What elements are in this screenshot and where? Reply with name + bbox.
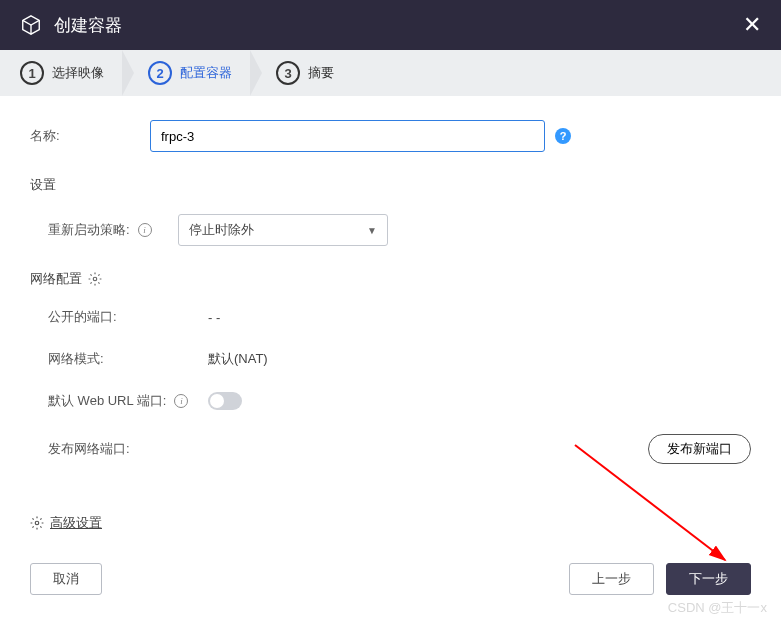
settings-section-title: 设置 (30, 176, 751, 194)
dialog-header: 创建容器 ✕ (0, 0, 781, 50)
network-mode-label: 网络模式: (48, 350, 208, 368)
cube-icon (20, 14, 42, 36)
next-button[interactable]: 下一步 (666, 563, 751, 595)
step-separator (250, 50, 262, 96)
step-bar: 1 选择映像 2 配置容器 3 摘要 (0, 50, 781, 96)
dialog-title: 创建容器 (54, 14, 122, 37)
info-icon[interactable]: i (138, 223, 152, 237)
svg-point-1 (35, 521, 39, 525)
step-2[interactable]: 2 配置容器 (148, 61, 232, 85)
weburl-port-label: 默认 Web URL 端口: (48, 392, 166, 410)
watermark: CSDN @王十一x (668, 599, 767, 617)
gear-icon (30, 516, 44, 530)
cancel-button[interactable]: 取消 (30, 563, 102, 595)
weburl-port-toggle[interactable] (208, 392, 242, 410)
restart-policy-select[interactable]: 停止时除外 ▼ (178, 214, 388, 246)
exposed-ports-label: 公开的端口: (48, 308, 208, 326)
publish-port-label: 发布网络端口: (48, 440, 208, 458)
step-separator (122, 50, 134, 96)
help-icon[interactable]: ? (555, 128, 571, 144)
step-3[interactable]: 3 摘要 (276, 61, 334, 85)
advanced-settings-link[interactable]: 高级设置 (30, 514, 751, 532)
network-section-title: 网络配置 (30, 270, 751, 288)
step-1[interactable]: 1 选择映像 (20, 61, 104, 85)
gear-icon[interactable] (88, 272, 102, 286)
name-label: 名称: (30, 127, 150, 145)
network-mode-value: 默认(NAT) (208, 350, 268, 368)
info-icon[interactable]: i (174, 394, 188, 408)
restart-policy-label: 重新启动策略: (48, 221, 130, 239)
chevron-down-icon: ▼ (367, 225, 377, 236)
publish-new-port-button[interactable]: 发布新端口 (648, 434, 751, 464)
exposed-ports-value: - - (208, 310, 220, 325)
close-icon[interactable]: ✕ (743, 12, 761, 38)
name-input[interactable] (150, 120, 545, 152)
prev-button[interactable]: 上一步 (569, 563, 654, 595)
svg-point-0 (93, 277, 97, 281)
